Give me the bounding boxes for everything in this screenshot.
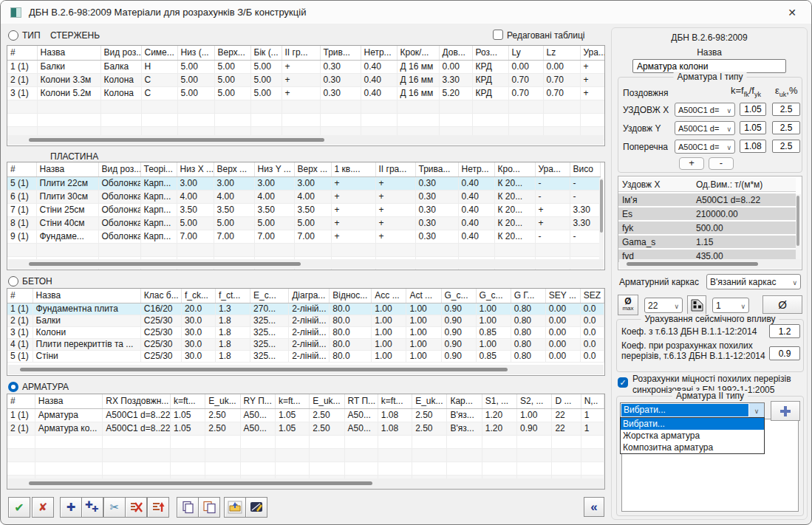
table-cell[interactable] [447, 435, 482, 448]
table-row[interactable]: fyk500.00 [618, 222, 796, 234]
table-cell[interactable]: 20.0 [181, 303, 215, 315]
table-cell[interactable] [205, 448, 240, 461]
table-cell[interactable]: Оболонка [98, 176, 140, 190]
table-cell[interactable]: 2-ліній... [289, 350, 330, 362]
table-cell[interactable] [177, 243, 214, 256]
table-cell[interactable]: Ім'я [618, 193, 692, 206]
table-row[interactable]: 1 (1)АрматураA500C1 d=8..221.052.50A50..… [7, 408, 604, 422]
table-cell[interactable]: Стіни [33, 350, 140, 362]
table-cell[interactable]: 0.00 [545, 303, 580, 315]
table-cell[interactable]: 8 (1) [7, 216, 36, 230]
table-cell[interactable]: 0.30 [415, 230, 458, 243]
table-cell[interactable] [517, 448, 552, 461]
table-row[interactable] [7, 243, 600, 256]
table-cell[interactable]: 4 (1) [7, 338, 33, 350]
table-cell[interactable]: В'яз... [447, 408, 482, 422]
table-cell[interactable] [170, 461, 205, 475]
table-cell[interactable] [482, 461, 516, 475]
table-cell[interactable]: A500C1 d=8..22 [103, 422, 171, 435]
rebar-y-combo[interactable]: A500C1 d= [675, 121, 735, 135]
column-header[interactable]: Теорі... [140, 162, 177, 176]
column-header[interactable]: E_uk... [310, 394, 344, 408]
table-cell[interactable]: 1.00 [406, 326, 441, 338]
column-header[interactable]: Трива... [415, 162, 458, 176]
table-cell[interactable]: + [375, 230, 415, 243]
table-row[interactable] [7, 435, 604, 448]
table-cell[interactable] [141, 113, 177, 126]
table-cell[interactable] [240, 461, 275, 475]
table-cell[interactable]: + [331, 176, 375, 190]
column-header[interactable]: Верх ... [294, 162, 331, 176]
table-cell[interactable]: К 20... [494, 203, 535, 216]
table-cell[interactable]: 1.20 [482, 422, 516, 435]
column-header[interactable]: f_ck... [181, 289, 215, 303]
table-cell[interactable] [275, 448, 309, 461]
table-row[interactable]: Ім'яA500C1 d=8..22 [618, 193, 796, 206]
table-cell[interactable] [543, 113, 580, 126]
table-cell[interactable]: 2.50 [412, 408, 447, 422]
scrollbar-thumb[interactable] [29, 481, 372, 485]
column-header[interactable]: Ура... [580, 46, 604, 60]
table-cell[interactable]: Плити 22см [36, 176, 98, 190]
table-cell[interactable]: 5.00 [250, 86, 282, 100]
table-cell[interactable]: КРД [472, 73, 508, 86]
column-header[interactable]: # [7, 162, 36, 176]
column-header[interactable]: Дов... [439, 46, 472, 60]
table-cell[interactable]: 5.00 [254, 216, 294, 230]
eps-t-input[interactable] [772, 140, 800, 153]
table-cell[interactable] [214, 113, 250, 126]
table-cell[interactable]: 2.50 [205, 422, 240, 435]
table-cell[interactable]: 3.30 [570, 216, 600, 230]
column-header[interactable]: Act ... [406, 289, 441, 303]
table-cell[interactable] [7, 448, 35, 461]
table-cell[interactable] [458, 243, 494, 256]
paste-button[interactable] [198, 497, 220, 518]
table-cell[interactable] [282, 100, 320, 113]
table-cell[interactable] [397, 100, 439, 113]
table-row[interactable]: Gama_s1.15 [618, 236, 796, 248]
table-row[interactable]: 5 (1)Плити 22смОболонкаКарп...3.003.003.… [7, 176, 600, 190]
column-header[interactable]: Висо [570, 162, 600, 176]
h-scrollbar[interactable] [8, 478, 604, 488]
import-table-button[interactable] [224, 497, 246, 518]
copy-button[interactable] [177, 497, 199, 518]
table-cell[interactable] [310, 448, 344, 461]
column-header[interactable]: Lz [543, 46, 580, 60]
table-cell[interactable]: 7.00 [177, 230, 214, 243]
column-header[interactable]: # [7, 46, 37, 60]
add-copy-button[interactable]: ✚✚ [81, 497, 103, 518]
table-cell[interactable]: Оболонка [98, 216, 140, 230]
column-header[interactable]: N,.. [581, 394, 604, 408]
scrollbar-thumb[interactable] [29, 138, 324, 142]
table-cell[interactable]: 2.50 [412, 422, 447, 435]
table-cell[interactable]: 0.30 [415, 190, 458, 203]
table-cell[interactable]: 2 (1) [7, 315, 33, 326]
table-cell[interactable] [508, 113, 543, 126]
table-cell[interactable]: 5.00 [250, 73, 282, 86]
radio-beton[interactable] [8, 276, 18, 286]
table-cell[interactable]: 270... [250, 303, 289, 315]
table-cell[interactable] [508, 100, 543, 113]
table-cell[interactable]: 0.40 [458, 230, 494, 243]
table-cell[interactable] [320, 100, 361, 113]
table-cell[interactable]: 7.00 [214, 230, 254, 243]
edit-image-button[interactable] [245, 497, 267, 518]
table-cell[interactable]: 0.90 [517, 422, 552, 435]
h-scrollbar[interactable] [8, 135, 604, 145]
table-cell[interactable]: 1 (1) [7, 303, 33, 315]
table-cell[interactable]: 0.70 [508, 73, 543, 86]
table-cell[interactable] [36, 243, 98, 256]
table-cell[interactable] [570, 243, 600, 256]
table-cell[interactable]: 1.3 [216, 303, 250, 315]
table-cell[interactable]: 0.80 [511, 303, 545, 315]
radio-armatura[interactable] [8, 382, 18, 392]
table-cell[interactable]: 1.00 [406, 315, 441, 326]
table-cell[interactable]: 80.0 [330, 338, 372, 350]
table-cell[interactable] [344, 448, 378, 461]
table-cell[interactable]: + [375, 203, 415, 216]
table-cell[interactable] [37, 100, 100, 113]
column-header[interactable]: RT П... [344, 394, 378, 408]
table-cell[interactable]: 5.00 [177, 60, 214, 73]
column-header[interactable]: Нетр... [361, 46, 397, 60]
table-cell[interactable]: 3.30 [439, 73, 472, 86]
